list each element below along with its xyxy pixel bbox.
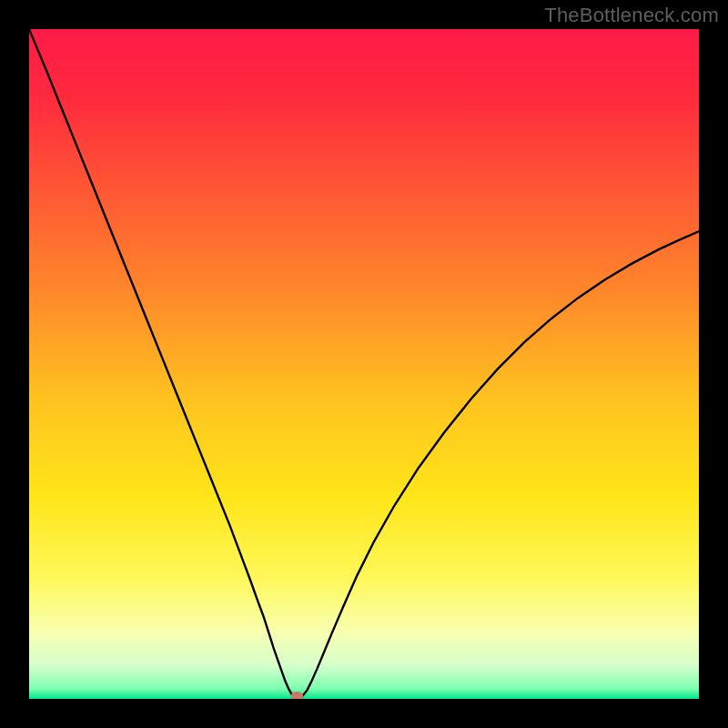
- watermark-text: TheBottleneck.com: [544, 4, 719, 27]
- chart-frame: TheBottleneck.com: [0, 0, 728, 728]
- plot-area: [29, 29, 699, 699]
- chart-svg: [29, 29, 699, 699]
- gradient-background: [29, 29, 699, 699]
